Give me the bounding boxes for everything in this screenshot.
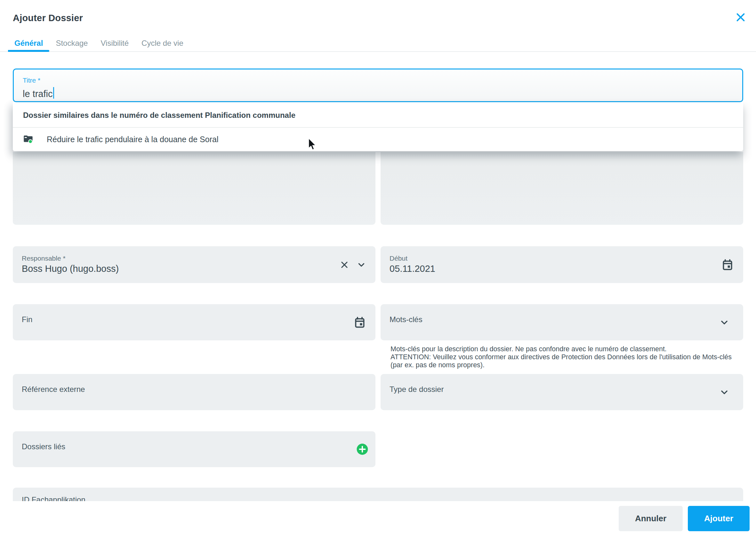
mots-cles-field[interactable]: Mots-clés	[381, 304, 743, 340]
similar-dossier-dropdown: Dossier similaires dans le numéro de cla…	[13, 102, 743, 151]
responsable-value: Boss Hugo (hugo.boss)	[22, 263, 119, 274]
debut-value: 05.11.2021	[390, 263, 435, 274]
tab-stockage[interactable]: Stockage	[49, 35, 94, 51]
close-button[interactable]	[734, 12, 747, 24]
folder-status-icon	[23, 134, 33, 145]
fin-label: Fin	[22, 315, 32, 324]
debut-label: Début	[390, 254, 407, 262]
mots-cles-label: Mots-clés	[390, 315, 423, 324]
chevron-down-icon[interactable]	[357, 260, 366, 269]
chevron-down-icon[interactable]	[719, 318, 729, 327]
titre-input-value: le trafic	[23, 85, 54, 99]
tab-bar: Général Stockage Visibilité Cycle de vie	[0, 35, 756, 52]
fin-field[interactable]: Fin	[13, 304, 375, 340]
dossiers-lies-label: Dossiers liés	[22, 442, 65, 451]
add-linked-dossier-button[interactable]	[356, 443, 368, 455]
reference-externe-label: Référence externe	[22, 385, 85, 394]
mots-cles-helper-text: Mots-clés pour la description du dossier…	[391, 345, 744, 369]
submit-button[interactable]: Ajouter	[688, 506, 750, 531]
description-box-right[interactable]	[381, 152, 743, 225]
type-de-dossier-label: Type de dossier	[390, 385, 444, 394]
titre-label: Titre *	[23, 77, 40, 84]
calendar-icon[interactable]	[721, 259, 734, 271]
page-title: Ajouter Dossier	[13, 13, 83, 23]
type-de-dossier-field[interactable]: Type de dossier	[381, 374, 743, 410]
suggestion-item[interactable]: Réduire le trafic pendulaire à la douane…	[13, 128, 743, 151]
dropdown-header: Dossier similaires dans le numéro de cla…	[13, 102, 743, 127]
description-box-left[interactable]	[13, 152, 375, 225]
tab-general[interactable]: Général	[8, 35, 49, 51]
responsable-label: Responsable *	[22, 254, 66, 262]
responsable-field[interactable]: Responsable * Boss Hugo (hugo.boss)	[13, 246, 375, 283]
cancel-button[interactable]: Annuler	[619, 506, 683, 531]
suggestion-item-label: Réduire le trafic pendulaire à la douane…	[47, 135, 218, 144]
text-caret	[53, 87, 54, 99]
debut-field[interactable]: Début 05.11.2021	[381, 246, 743, 283]
titre-field[interactable]: Titre * le trafic	[13, 69, 743, 102]
calendar-icon[interactable]	[354, 316, 366, 328]
close-icon	[735, 12, 746, 24]
dossiers-lies-field[interactable]: Dossiers liés	[13, 431, 375, 467]
dialog-footer: Annuler Ajouter	[0, 501, 756, 536]
clear-icon[interactable]	[340, 260, 349, 270]
add-dossier-dialog: Ajouter Dossier Général Stockage Visibil…	[0, 0, 756, 536]
tab-cycle-de-vie[interactable]: Cycle de vie	[135, 35, 190, 51]
reference-externe-field[interactable]: Référence externe	[13, 374, 375, 410]
tab-visibilite[interactable]: Visibilité	[94, 35, 135, 51]
chevron-down-icon[interactable]	[719, 387, 729, 397]
